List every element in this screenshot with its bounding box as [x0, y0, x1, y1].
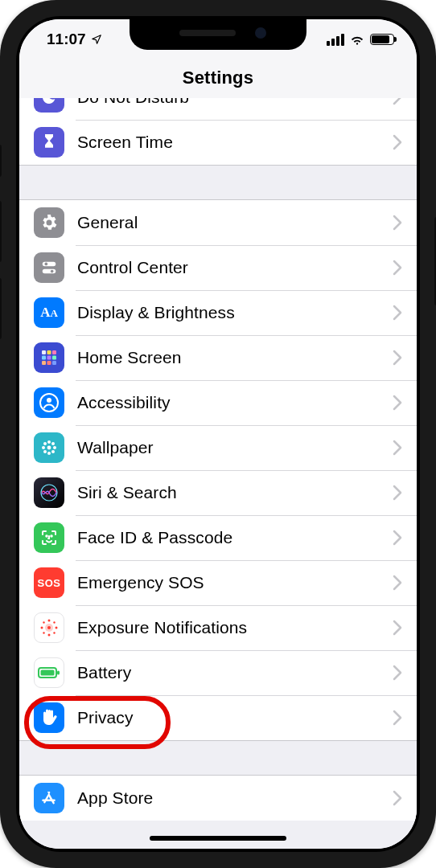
- svg-point-31: [41, 627, 43, 629]
- chevron-right-icon: [393, 710, 402, 726]
- cellular-signal-icon: [327, 34, 344, 46]
- svg-point-28: [47, 626, 51, 629]
- settings-row-label: Control Center: [77, 258, 393, 277]
- svg-point-1: [45, 263, 48, 266]
- settings-row-appstore[interactable]: App Store: [19, 776, 417, 821]
- nav-header: Settings: [19, 59, 417, 100]
- flower-icon: [34, 432, 64, 463]
- svg-point-30: [48, 634, 51, 637]
- svg-rect-6: [52, 350, 56, 354]
- chevron-right-icon: [393, 260, 402, 276]
- toggles-icon: [34, 252, 64, 283]
- settings-row-label: Privacy: [77, 708, 393, 727]
- app-grid-icon: [34, 342, 64, 373]
- wifi-icon: [349, 34, 365, 45]
- chevron-right-icon: [393, 440, 402, 456]
- moon-icon: [34, 98, 64, 113]
- hourglass-icon: [34, 127, 64, 158]
- settings-row-label: Exposure Notifications: [77, 618, 393, 637]
- screen: 11:07 Settings Do Not: [19, 19, 417, 849]
- settings-row-label: App Store: [77, 788, 393, 808]
- settings-row-label: Home Screen: [77, 348, 393, 367]
- settings-row-label: General: [77, 213, 393, 232]
- hand-icon: [34, 702, 64, 733]
- svg-rect-2: [43, 269, 56, 274]
- settings-row-screentime[interactable]: Screen Time: [19, 120, 417, 165]
- settings-row-label: Wallpaper: [77, 438, 393, 457]
- svg-point-34: [53, 621, 55, 623]
- svg-rect-5: [47, 350, 51, 354]
- settings-row-privacy[interactable]: Privacy: [19, 695, 417, 740]
- settings-row-label: Siri & Search: [77, 483, 393, 502]
- phone-frame: 11:07 Settings Do Not: [0, 0, 436, 868]
- chevron-right-icon: [393, 350, 402, 366]
- battery-icon: [370, 34, 394, 45]
- status-left: 11:07: [47, 31, 102, 48]
- location-arrow-icon: [91, 34, 102, 45]
- chevron-right-icon: [393, 134, 402, 150]
- chevron-right-icon: [393, 215, 402, 231]
- settings-group: GeneralControl CenterAADisplay & Brightn…: [19, 199, 417, 741]
- svg-point-18: [42, 446, 45, 449]
- home-indicator[interactable]: [150, 836, 286, 841]
- svg-point-14: [47, 398, 51, 403]
- chevron-right-icon: [393, 665, 402, 681]
- notch: [130, 19, 306, 50]
- virus-icon: [34, 612, 64, 643]
- settings-row-label: Display & Brightness: [77, 303, 393, 322]
- chevron-right-icon: [393, 575, 402, 591]
- svg-point-16: [47, 440, 51, 444]
- chevron-right-icon: [393, 530, 402, 546]
- settings-row-label: Face ID & Passcode: [77, 528, 393, 547]
- svg-point-25: [46, 535, 47, 537]
- siri-icon: [34, 477, 64, 508]
- settings-row-controlcenter[interactable]: Control Center: [19, 245, 417, 290]
- settings-row-label: Accessibility: [77, 393, 393, 412]
- svg-point-36: [53, 632, 55, 633]
- svg-point-21: [51, 442, 55, 445]
- battery-icon: [34, 657, 64, 688]
- settings-row-label: Screen Time: [77, 133, 393, 152]
- volume-up-button: [0, 201, 2, 262]
- chevron-right-icon: [393, 98, 402, 105]
- device-bezel: 11:07 Settings Do Not: [16, 16, 420, 852]
- svg-rect-7: [42, 356, 46, 360]
- settings-row-display[interactable]: AADisplay & Brightness: [19, 290, 417, 335]
- chevron-right-icon: [393, 790, 402, 806]
- settings-row-faceid[interactable]: Face ID & Passcode: [19, 515, 417, 560]
- svg-rect-39: [57, 671, 60, 675]
- status-right: [327, 34, 394, 46]
- settings-row-general[interactable]: General: [19, 200, 417, 245]
- text-aa-icon: AA: [34, 297, 64, 328]
- svg-point-20: [43, 442, 47, 445]
- gear-icon: [34, 207, 64, 238]
- status-time: 11:07: [47, 31, 86, 48]
- svg-point-19: [53, 446, 56, 449]
- settings-row-siri[interactable]: Siri & Search: [19, 470, 417, 515]
- settings-row-emergency[interactable]: SOSEmergency SOS: [19, 560, 417, 605]
- svg-rect-9: [52, 356, 56, 360]
- chevron-right-icon: [393, 395, 402, 411]
- settings-list[interactable]: Do Not DisturbScreen TimeGeneralControl …: [19, 98, 417, 849]
- volume-down-button: [0, 278, 2, 339]
- mute-switch: [0, 145, 2, 177]
- person-circle-icon: [34, 387, 64, 418]
- sos-icon: SOS: [34, 567, 64, 598]
- settings-row-wallpaper[interactable]: Wallpaper: [19, 425, 417, 470]
- svg-point-3: [51, 270, 54, 273]
- svg-point-29: [48, 620, 51, 622]
- svg-point-23: [51, 450, 55, 453]
- settings-group: App Store: [19, 775, 417, 821]
- page-title: Settings: [19, 68, 417, 88]
- settings-row-homescreen[interactable]: Home Screen: [19, 335, 417, 380]
- settings-row-exposure[interactable]: Exposure Notifications: [19, 605, 417, 650]
- settings-row-battery[interactable]: Battery: [19, 650, 417, 695]
- svg-rect-8: [47, 356, 51, 360]
- settings-row-accessibility[interactable]: Accessibility: [19, 380, 417, 425]
- svg-point-26: [51, 535, 52, 537]
- settings-row-dnd[interactable]: Do Not Disturb: [19, 98, 417, 120]
- svg-point-35: [43, 632, 44, 633]
- chevron-right-icon: [393, 620, 402, 636]
- settings-group: Do Not DisturbScreen Time: [19, 98, 417, 166]
- svg-rect-10: [42, 361, 46, 365]
